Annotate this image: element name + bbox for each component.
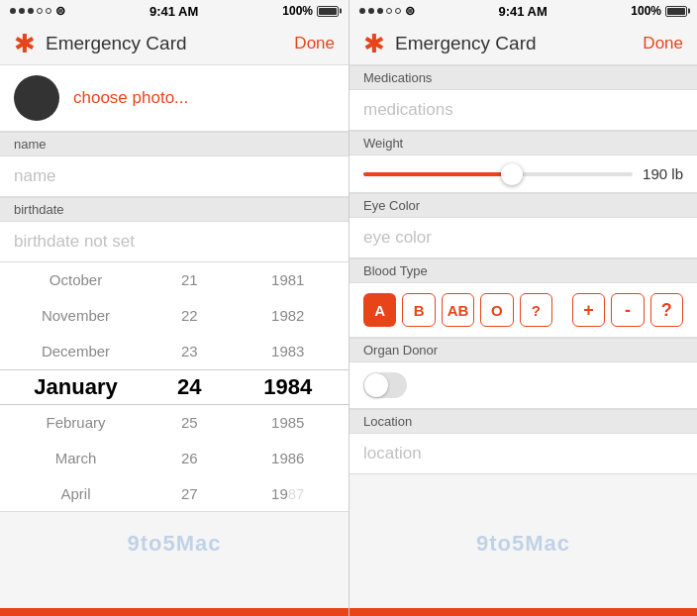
rdot3 xyxy=(377,8,383,14)
year-item-2: 1983 xyxy=(228,334,348,369)
organ-donor-section-header: Organ Donor xyxy=(349,338,697,362)
status-left-right: ⊜ xyxy=(359,4,415,18)
year-item-3-selected: 1984 xyxy=(228,369,348,405)
choose-photo-label[interactable]: choose photo... xyxy=(73,88,188,108)
signal-dots xyxy=(10,8,51,14)
left-content: choose photo... name name birthdate birt… xyxy=(0,65,348,608)
month-column[interactable]: October November December January Februa… xyxy=(0,262,151,511)
blood-rh-plus[interactable]: + xyxy=(572,293,605,327)
location-label: Location xyxy=(363,414,412,429)
time-left: 9:41 AM xyxy=(149,4,198,19)
avatar[interactable] xyxy=(14,75,59,121)
wifi-icon: ⊜ xyxy=(55,4,65,18)
blood-rh-unknown[interactable]: ? xyxy=(650,293,683,327)
battery-icon-left xyxy=(317,6,339,17)
eye-color-section-header: Eye Color xyxy=(349,193,697,218)
day-item-4: 25 xyxy=(151,404,228,440)
page-title-right: Emergency Card xyxy=(395,33,643,54)
day-item-1: 22 xyxy=(151,298,228,334)
month-item-0: October xyxy=(0,262,151,298)
organ-donor-toggle[interactable] xyxy=(363,372,407,398)
battery-icon-right xyxy=(665,6,687,17)
page-title-left: Emergency Card xyxy=(46,33,294,54)
blood-type-section-header: Blood Type xyxy=(349,258,697,283)
month-item-2: December xyxy=(0,334,151,369)
organ-donor-toggle-row[interactable] xyxy=(349,362,697,409)
eye-color-placeholder: eye color xyxy=(363,228,432,247)
location-placeholder: location xyxy=(363,444,422,462)
weight-slider-row[interactable]: 190 lb xyxy=(349,155,697,193)
name-placeholder: name xyxy=(14,166,56,185)
birthdate-not-set-row[interactable]: birthdate not set xyxy=(0,222,348,262)
month-item-6: April xyxy=(0,475,151,511)
done-button-left[interactable]: Done xyxy=(294,34,335,53)
rdot2 xyxy=(368,8,374,14)
year-item-5: 1986 xyxy=(228,440,348,475)
organ-donor-label: Organ Donor xyxy=(363,343,438,358)
month-item-1: November xyxy=(0,298,151,334)
day-item-0: 21 xyxy=(151,262,228,298)
status-right-left: 100% xyxy=(282,4,339,18)
left-panel: ⊜ 9:41 AM 100% ✱ Emergency Card Done cho… xyxy=(0,0,348,616)
rdot4 xyxy=(386,8,392,14)
blood-btn-B[interactable]: B xyxy=(402,293,435,327)
day-item-3-selected: 24 xyxy=(151,369,228,405)
bottom-bar-left xyxy=(0,608,348,616)
asterisk-icon-right: ✱ xyxy=(363,31,385,56)
date-picker-inner: October November December January Februa… xyxy=(0,262,348,511)
dot2 xyxy=(19,8,25,14)
location-input-row[interactable]: location xyxy=(349,434,697,474)
blood-btn-AB[interactable]: AB xyxy=(442,293,474,327)
blood-btn-A[interactable]: A xyxy=(363,293,396,327)
done-button-right[interactable]: Done xyxy=(643,34,683,53)
status-right-right: 100% xyxy=(631,4,687,18)
year-item-4: 1985 xyxy=(228,404,348,440)
month-item-5: March xyxy=(0,440,151,475)
battery-fill-left xyxy=(319,8,337,15)
dot3 xyxy=(28,8,34,14)
year-item-6: 1987 xyxy=(228,475,348,511)
name-input-row[interactable]: name xyxy=(0,156,348,197)
day-item-5: 26 xyxy=(151,440,228,475)
year-column[interactable]: 1981 1982 1983 1984 1985 1986 1987 xyxy=(228,262,348,511)
medications-section-header: Medications xyxy=(349,65,697,90)
photo-row[interactable]: choose photo... xyxy=(0,65,348,132)
weight-section-header: Weight xyxy=(349,131,697,155)
right-panel: ⊜ 9:41 AM 100% ✱ Emergency Card Done Med… xyxy=(348,0,697,616)
year-item-1: 1982 xyxy=(228,298,348,334)
battery-percent-left: 100% xyxy=(282,4,313,18)
status-left: ⊜ xyxy=(10,4,65,18)
weight-slider-fill xyxy=(363,172,512,176)
header-bar-right: ✱ Emergency Card Done xyxy=(349,22,697,65)
day-item-6: 27 xyxy=(151,475,228,511)
day-column[interactable]: 21 22 23 24 25 26 27 xyxy=(151,262,228,511)
signal-dots-right xyxy=(359,8,401,14)
date-picker[interactable]: October November December January Februa… xyxy=(0,262,348,512)
weight-slider-track[interactable] xyxy=(363,172,633,176)
right-content: Medications medications Weight 190 lb Ey… xyxy=(349,65,697,608)
blood-btn-unknown[interactable]: ? xyxy=(520,293,552,327)
blood-btn-O[interactable]: O xyxy=(480,293,513,327)
weight-unit: lb xyxy=(671,165,683,182)
battery-fill-right xyxy=(667,8,685,15)
dot5 xyxy=(46,8,51,14)
battery-percent-right: 100% xyxy=(631,4,661,18)
birthdate-not-set-text: birthdate not set xyxy=(14,232,135,251)
day-item-2: 23 xyxy=(151,334,228,369)
name-label: name xyxy=(14,137,47,152)
status-bar-left: ⊜ 9:41 AM 100% xyxy=(0,0,348,22)
birthdate-label: birthdate xyxy=(14,202,64,217)
medications-input-row[interactable]: medications xyxy=(349,90,697,131)
month-item-4: February xyxy=(0,404,151,440)
location-section-header: Location xyxy=(349,409,697,434)
blood-rh-minus[interactable]: - xyxy=(611,293,644,327)
header-bar-left: ✱ Emergency Card Done xyxy=(0,22,348,65)
dot1 xyxy=(10,8,16,14)
wifi-icon-right: ⊜ xyxy=(405,4,415,18)
rdot5 xyxy=(395,8,401,14)
eye-color-label: Eye Color xyxy=(363,198,420,213)
rdot1 xyxy=(359,8,365,14)
medications-label: Medications xyxy=(363,70,432,85)
weight-slider-thumb[interactable] xyxy=(501,163,523,185)
eye-color-input-row[interactable]: eye color xyxy=(349,218,697,258)
